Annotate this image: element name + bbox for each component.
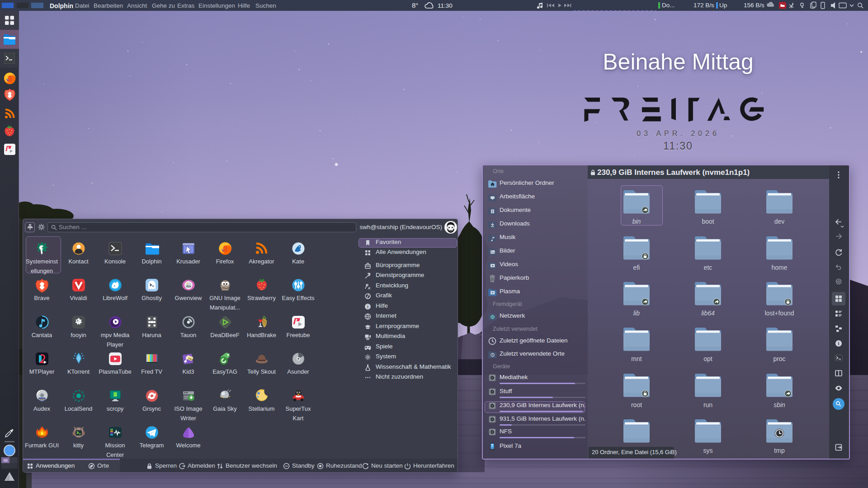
svg-text:AUDEX: AUDEX — [38, 398, 45, 400]
svg-text:i: i — [838, 341, 839, 346]
svg-text:FURMARK: FURMARK — [38, 435, 46, 437]
svg-text:i: i — [367, 304, 368, 309]
